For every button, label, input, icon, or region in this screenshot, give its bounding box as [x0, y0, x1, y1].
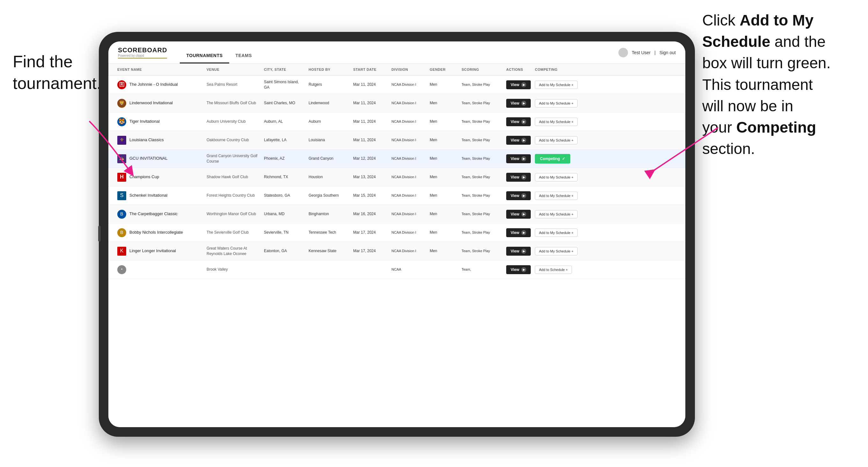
division-cell: NCAA Division I [389, 80, 427, 89]
hosted-by-cell: Grand Canyon [306, 154, 351, 163]
add-to-schedule-button[interactable]: Add to My Schedule + [535, 173, 578, 181]
event-name-text: Lindenwood Invitational [129, 100, 173, 106]
gender-cell: Men [427, 228, 459, 237]
col-gender: GENDER [427, 66, 459, 73]
hosted-by-cell: Rutgers [306, 80, 351, 89]
actions-cell: View ▶ [504, 115, 532, 128]
scoring-cell: Team, Stroke Play [459, 99, 504, 107]
user-name: Test User [632, 50, 651, 55]
logo-area: SCOREBOARD Powered by clippd [118, 46, 167, 59]
city-state-cell: Statesboro, GA [261, 191, 306, 200]
hosted-by-cell: Binghamton [306, 210, 351, 219]
view-button[interactable]: View ▶ [506, 228, 531, 237]
table-header: EVENT NAME VENUE CITY, STATE HOSTED BY S… [108, 64, 685, 75]
venue-cell: Forest Heights Country Club [204, 191, 261, 200]
start-date-cell: Mar 11, 2024 [351, 135, 389, 145]
view-button[interactable]: View ▶ [506, 136, 531, 145]
tablet-side-button[interactable] [98, 226, 101, 242]
tab-tournaments[interactable]: TOURNAMENTS [180, 50, 229, 63]
division-cell: NCAA Division I [389, 228, 427, 237]
add-to-schedule-button[interactable]: Add to My Schedule + [535, 136, 578, 145]
city-state-cell: Phoenix, AZ [261, 154, 306, 163]
division-cell: NCAA Division I [389, 117, 427, 126]
start-date-cell: Mar 13, 2024 [351, 173, 389, 182]
city-state-cell: Saint Simons Island, GA [261, 77, 306, 92]
view-icon: ▶ [521, 119, 526, 124]
view-button[interactable]: View ▶ [506, 265, 531, 274]
gender-cell: Men [427, 154, 459, 163]
view-button[interactable]: View ▶ [506, 99, 531, 108]
city-state-cell: Sevierville, TN [261, 228, 306, 237]
start-date-cell: Mar 12, 2024 [351, 154, 389, 163]
table-body: 🅁The Johnnie - O IndividualSea Palms Res… [108, 75, 685, 424]
gender-cell: Men [427, 80, 459, 89]
view-icon: ▶ [521, 175, 526, 180]
view-button[interactable]: View ▶ [506, 210, 531, 219]
gender-cell: Men [427, 173, 459, 182]
team-logo: 🦁 [117, 99, 126, 108]
division-cell: NCAA [389, 265, 427, 274]
scoring-cell: Team, Stroke Play [459, 210, 504, 218]
view-icon: ▶ [521, 156, 526, 161]
view-button[interactable]: View ▶ [506, 247, 531, 256]
gender-cell: Men [427, 98, 459, 108]
start-date-cell [351, 268, 389, 272]
actions-cell: View ▶ [504, 97, 532, 110]
add-to-schedule-button[interactable]: Add to My Schedule + [535, 247, 578, 255]
event-name-text: Champions Cup [129, 174, 159, 180]
venue-cell: The Sevierville Golf Club [204, 228, 261, 237]
add-to-schedule-button[interactable]: Add to My Schedule + [535, 99, 578, 107]
team-logo: H [117, 173, 126, 182]
add-to-schedule-button[interactable]: Add to My Schedule + [535, 81, 578, 89]
hosted-by-cell: Houston [306, 173, 351, 182]
table-row: •Brook ValleyNCAATeam,View ▶Add to Sched… [108, 260, 685, 279]
view-icon: ▶ [521, 82, 526, 87]
event-name-text: Louisiana Classics [129, 137, 164, 143]
venue-cell: Oakbourne Country Club [204, 135, 261, 145]
add-to-schedule-button[interactable]: Add to My Schedule + [535, 118, 578, 126]
col-event-name: EVENT NAME [115, 66, 204, 73]
city-state-cell [261, 268, 306, 272]
actions-cell: View ▶ [504, 189, 532, 202]
tablet-screen: SCOREBOARD Powered by clippd TOURNAMENTS… [108, 41, 685, 427]
col-city-state: CITY, STATE [261, 66, 306, 73]
col-actions: ACTIONS [504, 66, 532, 73]
competing-button[interactable]: Competing ✓ [535, 154, 570, 163]
gender-cell: Men [427, 191, 459, 200]
add-to-schedule-button[interactable]: Add to Schedule + [535, 266, 572, 274]
competing-cell: Add to My Schedule + [532, 190, 590, 202]
team-logo: • [117, 265, 126, 274]
competing-cell: Add to My Schedule + [532, 134, 590, 146]
hosted-by-cell: Kennesaw State [306, 246, 351, 256]
view-button[interactable]: View ▶ [506, 173, 531, 182]
sign-out-link[interactable]: Sign out [659, 50, 676, 55]
view-button[interactable]: View ▶ [506, 80, 531, 89]
actions-cell: View ▶ [504, 152, 532, 165]
start-date-cell: Mar 11, 2024 [351, 117, 389, 126]
nav-tabs: TOURNAMENTS TEAMS [180, 41, 258, 63]
city-state-cell: Saint Charles, MO [261, 98, 306, 108]
table-row: 🦁Lindenwood InvitationalThe Missouri Blu… [108, 94, 685, 113]
col-start-date: START DATE [351, 66, 389, 73]
start-date-cell: Mar 11, 2024 [351, 98, 389, 108]
tab-teams[interactable]: TEAMS [229, 50, 258, 63]
left-annotation: Find the tournament. [13, 51, 101, 94]
division-cell: NCAA Division I [389, 210, 427, 218]
view-button[interactable]: View ▶ [506, 117, 531, 126]
add-to-schedule-button[interactable]: Add to My Schedule + [535, 192, 578, 200]
add-to-schedule-button[interactable]: Add to My Schedule + [535, 228, 578, 237]
division-cell: NCAA Division I [389, 154, 427, 163]
view-button[interactable]: View ▶ [506, 191, 531, 200]
event-name-cell: SSchenkel Invitational [115, 189, 204, 202]
event-name-text: Linger Longer Invitational [129, 248, 176, 254]
view-button[interactable]: View ▶ [506, 154, 531, 163]
logo-sub: Powered by clippd [118, 54, 167, 57]
tablet-frame: SCOREBOARD Powered by clippd TOURNAMENTS… [99, 32, 695, 437]
col-scoring: SCORING [459, 66, 504, 73]
competing-cell: Add to My Schedule + [532, 227, 590, 239]
event-name-text: GCU INVITATIONAL [129, 156, 167, 161]
header-right: Test User | Sign out [618, 48, 676, 57]
add-to-schedule-button[interactable]: Add to My Schedule + [535, 210, 578, 218]
gender-cell [427, 268, 459, 272]
view-icon: ▶ [521, 267, 526, 272]
